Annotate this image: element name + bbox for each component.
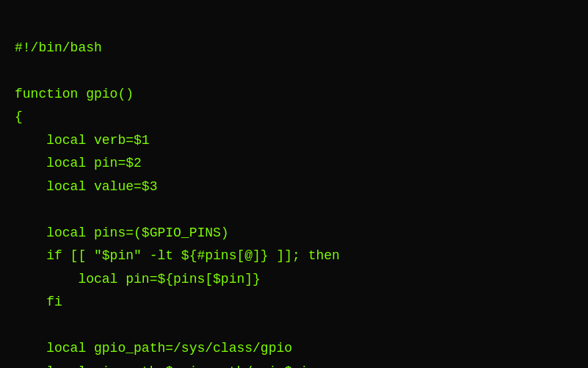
code-line bbox=[15, 314, 573, 338]
code-line: fi bbox=[15, 291, 573, 314]
code-line: local pins=($GPIO_PINS) bbox=[15, 222, 573, 245]
code-line: if [[ "$pin" -lt ${#pins[@]} ]]; then bbox=[15, 245, 573, 268]
code-line: local pin=$2 bbox=[15, 152, 573, 176]
code-editor: #!/bin/bash function gpio(){ local verb=… bbox=[0, 0, 588, 368]
code-line bbox=[15, 198, 573, 222]
code-line: local value=$3 bbox=[15, 176, 573, 199]
code-line bbox=[15, 59, 573, 83]
code-line: function gpio() bbox=[15, 83, 573, 107]
code-line: #!/bin/bash bbox=[15, 37, 573, 60]
code-line: local gpio_path=/sys/class/gpio bbox=[15, 337, 573, 361]
code-line: local verb=$1 bbox=[15, 129, 573, 153]
code-line: local pin=${pins[$pin]} bbox=[15, 268, 573, 292]
code-line: { bbox=[15, 106, 573, 129]
code-line: local pin_path=$gpio_path/gpio$pin bbox=[15, 361, 573, 369]
